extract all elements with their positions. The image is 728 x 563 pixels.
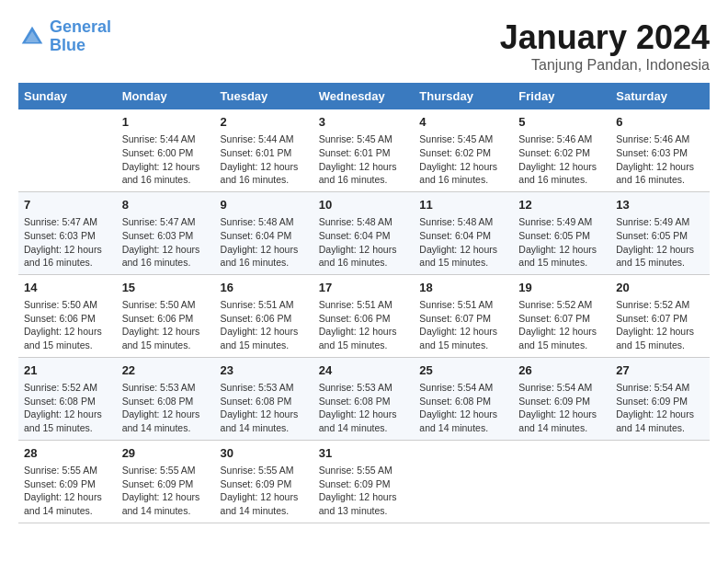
day-info: Sunrise: 5:52 AM Sunset: 6:07 PM Dayligh… xyxy=(518,298,605,352)
calendar-cell: 8Sunrise: 5:47 AM Sunset: 6:03 PM Daylig… xyxy=(117,191,215,274)
calendar-cell xyxy=(513,440,610,523)
weekday-header-thursday: Thursday xyxy=(414,83,513,109)
weekday-header-tuesday: Tuesday xyxy=(215,83,313,109)
calendar-week-row: 1Sunrise: 5:44 AM Sunset: 6:00 PM Daylig… xyxy=(18,109,710,191)
day-number: 13 xyxy=(616,197,704,213)
day-number: 10 xyxy=(319,197,409,213)
day-info: Sunrise: 5:54 AM Sunset: 6:08 PM Dayligh… xyxy=(419,381,507,435)
day-number: 7 xyxy=(24,197,111,213)
day-info: Sunrise: 5:55 AM Sunset: 6:09 PM Dayligh… xyxy=(122,464,210,518)
day-number: 22 xyxy=(122,362,210,379)
day-info: Sunrise: 5:55 AM Sunset: 6:09 PM Dayligh… xyxy=(24,464,111,518)
calendar-cell: 31Sunrise: 5:55 AM Sunset: 6:09 PM Dayli… xyxy=(313,440,415,523)
calendar-cell: 14Sunrise: 5:50 AM Sunset: 6:06 PM Dayli… xyxy=(18,274,117,357)
day-number: 31 xyxy=(319,445,409,462)
day-number: 18 xyxy=(419,280,507,296)
day-info: Sunrise: 5:55 AM Sunset: 6:09 PM Dayligh… xyxy=(319,464,409,518)
day-number: 17 xyxy=(319,280,409,296)
day-number: 16 xyxy=(221,280,308,296)
day-number: 8 xyxy=(122,197,210,213)
weekday-header-wednesday: Wednesday xyxy=(313,83,415,109)
calendar-cell xyxy=(18,109,117,191)
day-info: Sunrise: 5:47 AM Sunset: 6:03 PM Dayligh… xyxy=(24,215,111,270)
day-number: 3 xyxy=(319,114,409,131)
day-info: Sunrise: 5:53 AM Sunset: 6:08 PM Dayligh… xyxy=(122,381,210,435)
day-info: Sunrise: 5:44 AM Sunset: 6:01 PM Dayligh… xyxy=(221,132,308,187)
day-info: Sunrise: 5:55 AM Sunset: 6:09 PM Dayligh… xyxy=(221,464,308,518)
calendar-cell: 3Sunrise: 5:45 AM Sunset: 6:01 PM Daylig… xyxy=(313,109,415,191)
calendar-cell: 15Sunrise: 5:50 AM Sunset: 6:06 PM Dayli… xyxy=(117,274,215,357)
calendar-table: SundayMondayTuesdayWednesdayThursdayFrid… xyxy=(18,83,710,523)
calendar-cell: 4Sunrise: 5:45 AM Sunset: 6:02 PM Daylig… xyxy=(414,109,513,191)
logo: General Blue xyxy=(18,18,111,55)
day-number: 5 xyxy=(518,114,605,131)
day-info: Sunrise: 5:51 AM Sunset: 6:07 PM Dayligh… xyxy=(419,298,507,352)
day-info: Sunrise: 5:48 AM Sunset: 6:04 PM Dayligh… xyxy=(221,215,308,270)
calendar-cell: 24Sunrise: 5:53 AM Sunset: 6:08 PM Dayli… xyxy=(313,357,415,440)
calendar-cell: 18Sunrise: 5:51 AM Sunset: 6:07 PM Dayli… xyxy=(414,274,513,357)
calendar-cell: 11Sunrise: 5:48 AM Sunset: 6:04 PM Dayli… xyxy=(414,191,513,274)
weekday-header-friday: Friday xyxy=(513,83,610,109)
day-info: Sunrise: 5:54 AM Sunset: 6:09 PM Dayligh… xyxy=(518,381,605,435)
calendar-cell: 30Sunrise: 5:55 AM Sunset: 6:09 PM Dayli… xyxy=(215,440,313,523)
day-info: Sunrise: 5:51 AM Sunset: 6:06 PM Dayligh… xyxy=(221,298,308,352)
weekday-header-monday: Monday xyxy=(117,83,215,109)
day-info: Sunrise: 5:51 AM Sunset: 6:06 PM Dayligh… xyxy=(319,298,409,352)
day-info: Sunrise: 5:44 AM Sunset: 6:00 PM Dayligh… xyxy=(122,132,210,187)
day-number: 11 xyxy=(419,197,507,213)
day-number: 1 xyxy=(122,114,210,131)
calendar-cell: 1Sunrise: 5:44 AM Sunset: 6:00 PM Daylig… xyxy=(117,109,215,191)
calendar-cell: 20Sunrise: 5:52 AM Sunset: 6:07 PM Dayli… xyxy=(610,274,710,357)
calendar-week-row: 28Sunrise: 5:55 AM Sunset: 6:09 PM Dayli… xyxy=(18,440,710,523)
day-info: Sunrise: 5:46 AM Sunset: 6:03 PM Dayligh… xyxy=(616,132,704,187)
day-number: 27 xyxy=(616,362,704,379)
calendar-cell: 19Sunrise: 5:52 AM Sunset: 6:07 PM Dayli… xyxy=(513,274,610,357)
day-info: Sunrise: 5:53 AM Sunset: 6:08 PM Dayligh… xyxy=(221,381,308,435)
calendar-cell xyxy=(414,440,513,523)
logo-line1: General xyxy=(50,17,111,36)
calendar-week-row: 14Sunrise: 5:50 AM Sunset: 6:06 PM Dayli… xyxy=(18,274,710,357)
day-info: Sunrise: 5:48 AM Sunset: 6:04 PM Dayligh… xyxy=(419,215,507,270)
calendar-cell: 26Sunrise: 5:54 AM Sunset: 6:09 PM Dayli… xyxy=(513,357,610,440)
day-number: 19 xyxy=(518,280,605,296)
day-number: 12 xyxy=(518,197,605,213)
calendar-cell: 7Sunrise: 5:47 AM Sunset: 6:03 PM Daylig… xyxy=(18,191,117,274)
calendar-week-row: 7Sunrise: 5:47 AM Sunset: 6:03 PM Daylig… xyxy=(18,191,710,274)
day-number: 14 xyxy=(24,280,111,296)
calendar-cell: 13Sunrise: 5:49 AM Sunset: 6:05 PM Dayli… xyxy=(610,191,710,274)
calendar-cell xyxy=(610,440,710,523)
calendar-body: 1Sunrise: 5:44 AM Sunset: 6:00 PM Daylig… xyxy=(18,109,710,523)
calendar-week-row: 21Sunrise: 5:52 AM Sunset: 6:08 PM Dayli… xyxy=(18,357,710,440)
calendar-cell: 10Sunrise: 5:48 AM Sunset: 6:04 PM Dayli… xyxy=(313,191,415,274)
day-number: 15 xyxy=(122,280,210,296)
day-number: 21 xyxy=(24,362,111,379)
day-info: Sunrise: 5:45 AM Sunset: 6:01 PM Dayligh… xyxy=(319,132,409,187)
weekday-header-sunday: Sunday xyxy=(18,83,117,109)
calendar-cell: 6Sunrise: 5:46 AM Sunset: 6:03 PM Daylig… xyxy=(610,109,710,191)
day-number: 30 xyxy=(221,445,308,462)
day-number: 4 xyxy=(419,114,507,131)
logo-icon xyxy=(18,23,46,51)
day-number: 23 xyxy=(221,362,308,379)
calendar-cell: 2Sunrise: 5:44 AM Sunset: 6:01 PM Daylig… xyxy=(215,109,313,191)
day-number: 9 xyxy=(221,197,308,213)
calendar-cell: 25Sunrise: 5:54 AM Sunset: 6:08 PM Dayli… xyxy=(414,357,513,440)
calendar-cell: 29Sunrise: 5:55 AM Sunset: 6:09 PM Dayli… xyxy=(117,440,215,523)
weekday-header-row: SundayMondayTuesdayWednesdayThursdayFrid… xyxy=(18,83,710,109)
calendar-cell: 5Sunrise: 5:46 AM Sunset: 6:02 PM Daylig… xyxy=(513,109,610,191)
month-title: January 2024 xyxy=(500,18,710,57)
header: General Blue January 2024 Tanjung Pandan… xyxy=(18,18,710,74)
calendar-cell: 9Sunrise: 5:48 AM Sunset: 6:04 PM Daylig… xyxy=(215,191,313,274)
day-number: 26 xyxy=(518,362,605,379)
calendar-cell: 28Sunrise: 5:55 AM Sunset: 6:09 PM Dayli… xyxy=(18,440,117,523)
calendar-cell: 12Sunrise: 5:49 AM Sunset: 6:05 PM Dayli… xyxy=(513,191,610,274)
calendar-cell: 16Sunrise: 5:51 AM Sunset: 6:06 PM Dayli… xyxy=(215,274,313,357)
calendar-cell: 17Sunrise: 5:51 AM Sunset: 6:06 PM Dayli… xyxy=(313,274,415,357)
day-info: Sunrise: 5:48 AM Sunset: 6:04 PM Dayligh… xyxy=(319,215,409,270)
calendar-cell: 23Sunrise: 5:53 AM Sunset: 6:08 PM Dayli… xyxy=(215,357,313,440)
day-info: Sunrise: 5:52 AM Sunset: 6:07 PM Dayligh… xyxy=(616,298,704,352)
day-number: 20 xyxy=(616,280,704,296)
calendar-cell: 22Sunrise: 5:53 AM Sunset: 6:08 PM Dayli… xyxy=(117,357,215,440)
day-number: 25 xyxy=(419,362,507,379)
day-number: 28 xyxy=(24,445,111,462)
